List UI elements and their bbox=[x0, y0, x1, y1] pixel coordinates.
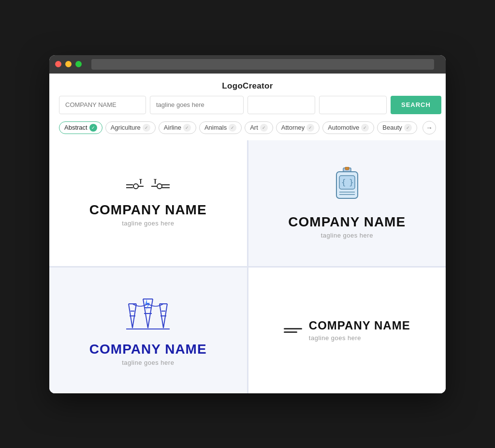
filter-chip-airline[interactable]: Airline✓ bbox=[159, 121, 196, 134]
svg-text:}: } bbox=[349, 178, 354, 187]
filter-chip-automotive[interactable]: Automotive✓ bbox=[322, 121, 374, 134]
svg-text:{: { bbox=[341, 178, 346, 187]
search-bar: SEARCH bbox=[49, 96, 446, 121]
filter-chip-art[interactable]: Art✓ bbox=[245, 121, 273, 134]
filter-chip-abstract[interactable]: Abstract✓ bbox=[59, 121, 102, 134]
filter-chip-animals[interactable]: Animals✓ bbox=[199, 121, 242, 134]
filter-label: Attorney bbox=[281, 124, 305, 131]
logo-1-tagline: tagline goes here bbox=[122, 220, 174, 227]
filter-label: Agriculture bbox=[111, 124, 141, 131]
logo-card-3[interactable]: COMPANY NAME tagline goes here bbox=[49, 268, 247, 393]
maximize-button[interactable] bbox=[75, 61, 82, 67]
filter-bar: Abstract✓Agriculture✓Airline✓Animals✓Art… bbox=[49, 121, 446, 140]
logo-4-dashes-icon bbox=[284, 328, 302, 333]
logo-icon-2: { } bbox=[333, 167, 362, 208]
logo-card-1[interactable]: COMPANY NAME tagline goes here bbox=[49, 140, 247, 266]
svg-point-2 bbox=[133, 184, 138, 189]
logo-3-tagline: tagline goes here bbox=[122, 359, 174, 366]
logo-2-company: COMPANY NAME bbox=[288, 214, 406, 230]
logo-icon-3 bbox=[124, 294, 172, 335]
address-bar bbox=[91, 59, 434, 70]
logo-1-company: COMPANY NAME bbox=[89, 202, 207, 218]
minimize-button[interactable] bbox=[65, 61, 72, 67]
search-field-3[interactable] bbox=[248, 96, 315, 114]
app-title: LogoCreator bbox=[49, 74, 446, 96]
search-button[interactable]: SEARCH bbox=[391, 96, 441, 114]
filter-chip-attorney[interactable]: Attorney✓ bbox=[276, 121, 320, 134]
filter-label: Airline bbox=[164, 124, 181, 131]
filter-chip-beauty[interactable]: Beauty✓ bbox=[377, 121, 417, 134]
filter-label: Art bbox=[250, 124, 258, 131]
filter-label: Abstract bbox=[64, 124, 87, 131]
filter-label: Beauty bbox=[382, 124, 402, 131]
svg-rect-13 bbox=[345, 167, 349, 170]
logo-4-company: COMPANY NAME bbox=[309, 319, 410, 332]
filter-chip-agriculture[interactable]: Agriculture✓ bbox=[105, 121, 156, 134]
logo-3-company: COMPANY NAME bbox=[89, 342, 207, 357]
logo-icon-1 bbox=[126, 179, 170, 195]
logo-2-tagline: tagline goes here bbox=[321, 232, 373, 239]
logo-4-content: COMPANY NAME tagline goes here bbox=[284, 319, 410, 342]
company-name-input[interactable] bbox=[59, 96, 146, 114]
titlebar bbox=[49, 55, 446, 74]
close-button[interactable] bbox=[55, 61, 61, 67]
tagline-input[interactable] bbox=[150, 96, 244, 114]
logo-card-4[interactable]: COMPANY NAME tagline goes here bbox=[248, 268, 446, 393]
search-field-4[interactable] bbox=[319, 96, 387, 114]
logo-card-2[interactable]: { } COMPANY NAME tagline goes here bbox=[248, 140, 446, 266]
filter-next-arrow[interactable]: → bbox=[422, 121, 436, 134]
app-window: LogoCreator SEARCH Abstract✓Agriculture✓… bbox=[49, 55, 446, 393]
filter-label: Automotive bbox=[328, 124, 359, 131]
logo-grid: COMPANY NAME tagline goes here { } bbox=[49, 140, 446, 393]
svg-point-5 bbox=[157, 184, 162, 189]
logo-4-tagline: tagline goes here bbox=[309, 334, 410, 342]
filter-label: Animals bbox=[204, 124, 227, 131]
